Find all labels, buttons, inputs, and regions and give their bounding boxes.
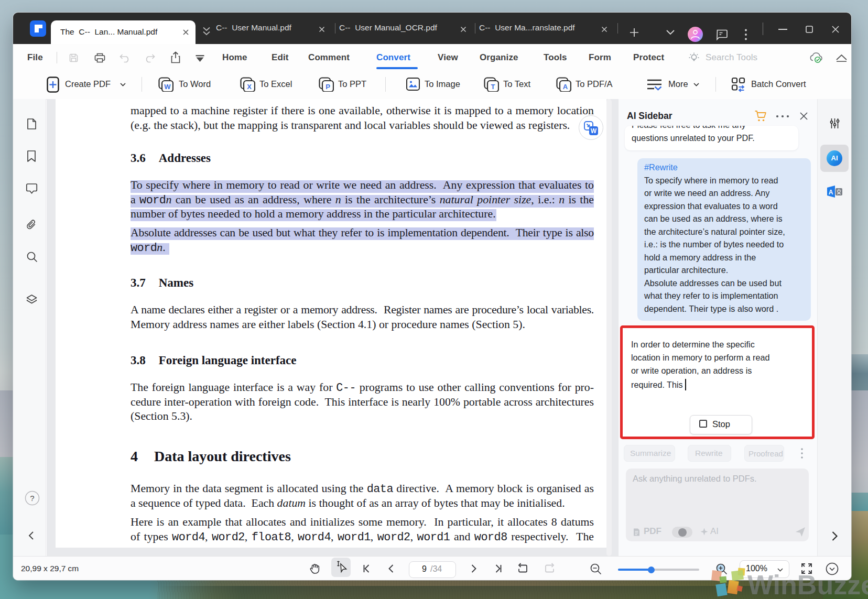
svg-text:W: W xyxy=(591,127,597,135)
svg-text:X: X xyxy=(247,83,252,91)
svg-text:?: ? xyxy=(30,494,34,503)
svg-text:P: P xyxy=(326,83,330,91)
svg-text:A: A xyxy=(563,83,568,91)
svg-text:T: T xyxy=(491,83,495,91)
svg-text:W: W xyxy=(164,83,171,91)
svg-text:A: A xyxy=(829,189,833,196)
